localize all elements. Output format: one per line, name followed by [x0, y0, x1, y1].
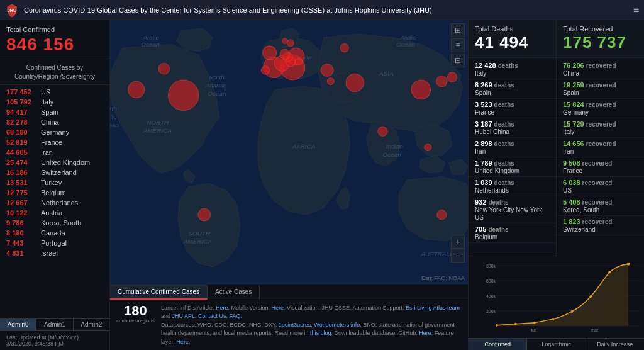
- country-list-item[interactable]: 12 667Netherlands: [0, 198, 109, 208]
- svg-point-29: [346, 74, 364, 92]
- country-list-item[interactable]: 52 819France: [0, 137, 109, 147]
- death-list-item[interactable]: 705 deathsBelgium: [469, 223, 556, 243]
- last-updated: Last Updated at (M/D/YYYY) 3/31/2020, 9:…: [0, 331, 109, 350]
- confirmed-total-label: Total Confirmed: [6, 25, 103, 35]
- death-list-item[interactable]: 1 039 deathsNetherlands: [469, 177, 556, 196]
- recovered-list-item[interactable]: 6 038 recoveredUS: [557, 177, 644, 196]
- deaths-box: Total Deaths 41 494: [469, 20, 557, 58]
- 1point3acres-link[interactable]: 1point3acres: [279, 322, 311, 328]
- death-list-item[interactable]: 932 deathsNew York City New York US: [469, 196, 556, 223]
- info-text: Lancet Inf Dis Article: Here. Mobile Ver…: [161, 304, 462, 347]
- svg-point-33: [321, 64, 333, 77]
- countries-count-number: 180: [124, 304, 147, 318]
- recovered-list-item[interactable]: 15 824 recoveredGermany: [557, 99, 644, 118]
- map-view-btn-1[interactable]: ⊞: [451, 23, 465, 37]
- svg-point-38: [437, 210, 447, 219]
- map-container[interactable]: North Pacific Ocean North Atlantic Ocean…: [110, 20, 468, 350]
- chart-tab-daily[interactable]: Daily Increase: [586, 339, 644, 350]
- recovered-box: Total Recovered 175 737: [557, 20, 644, 58]
- lancet-link[interactable]: Here: [216, 305, 228, 311]
- chart-area: 800k 600k 400k 200k lut mar: [469, 256, 644, 338]
- recovered-list-item[interactable]: 76 206 recoveredChina: [557, 60, 644, 79]
- map-tab-active[interactable]: Active Cases: [208, 285, 260, 300]
- death-list-item[interactable]: 2 898 deathsIran: [469, 138, 556, 157]
- death-list-item[interactable]: 3 187 deathsHubei China: [469, 118, 556, 138]
- last-updated-value: 3/31/2020, 9:46:38 PM: [6, 341, 103, 347]
- svg-text:AMERICA: AMERICA: [143, 127, 172, 134]
- github-link[interactable]: Here: [419, 330, 431, 336]
- country-list-item[interactable]: 177 452US: [0, 87, 109, 97]
- country-list-item[interactable]: 8 180Canada: [0, 228, 109, 238]
- menu-icon[interactable]: ≡: [633, 4, 639, 16]
- map-zoom-controls[interactable]: + −: [451, 235, 465, 262]
- map-view-btn-3[interactable]: ⊟: [451, 54, 465, 67]
- svg-text:800k: 800k: [486, 264, 496, 268]
- country-list-item[interactable]: 44 605Iran: [0, 147, 109, 157]
- recovered-list-item[interactable]: 15 729 recoveredItaly: [557, 118, 644, 138]
- map-tab-cumulative[interactable]: Cumulative Confirmed Cases: [110, 285, 208, 300]
- chart-tab-confirmed[interactable]: Confirmed: [469, 339, 527, 350]
- blog-link[interactable]: this blog: [310, 330, 331, 336]
- contact-link[interactable]: Contact Us: [198, 313, 226, 319]
- svg-point-41: [261, 66, 269, 74]
- esri-link[interactable]: Esri Living Atlas team: [406, 305, 460, 311]
- svg-text:Ocean: Ocean: [383, 151, 402, 158]
- worldometers-link[interactable]: Worldometers.info: [314, 322, 360, 328]
- recovered-list-item[interactable]: 14 656 recoveredIran: [557, 138, 644, 157]
- recovered-list-item[interactable]: 9 508 recoveredFrance: [557, 157, 644, 177]
- country-list-item[interactable]: 4 831Israel: [0, 248, 109, 258]
- svg-text:Ocean: Ocean: [141, 41, 160, 48]
- country-list-item[interactable]: 16 186Switzerland: [0, 167, 109, 178]
- header-title: Coronavirus COVID-19 Global Cases by the…: [24, 6, 633, 14]
- country-list-item[interactable]: 105 792Italy: [0, 97, 109, 107]
- chart-tab-logarithmic[interactable]: Logarithmic: [527, 339, 586, 350]
- map-area[interactable]: North Pacific Ocean North Atlantic Ocean…: [110, 20, 468, 285]
- sidebar: Total Confirmed 846 156 Confirmed Cases …: [0, 20, 110, 350]
- recovered-list-item[interactable]: 19 259 recoveredSpain: [557, 79, 644, 99]
- country-list-item[interactable]: 13 531Turkey: [0, 178, 109, 188]
- admin-tab-0[interactable]: Admin0: [0, 319, 36, 330]
- svg-text:Indian: Indian: [386, 143, 404, 150]
- map-view-controls[interactable]: ⊞ ≡ ⊟: [451, 23, 465, 67]
- death-list-item[interactable]: 3 523 deathsFrance: [469, 99, 556, 118]
- map-view-btn-2[interactable]: ≡: [451, 38, 465, 52]
- jhu-api-link[interactable]: JHU APL: [172, 313, 195, 319]
- svg-point-30: [263, 46, 277, 60]
- shield-icon: JHU: [5, 3, 19, 17]
- admin-tab-1[interactable]: Admin1: [36, 319, 73, 330]
- country-list-item[interactable]: 94 417Spain: [0, 107, 109, 117]
- svg-point-44: [282, 38, 287, 44]
- country-list-item[interactable]: 25 474United Kingdom: [0, 157, 109, 167]
- admin-tab-2[interactable]: Admin2: [74, 319, 109, 330]
- feature-link[interactable]: Here: [176, 339, 189, 345]
- recovered-list: 76 206 recoveredChina19 259 recoveredSpa…: [557, 58, 644, 256]
- death-list-item[interactable]: 8 269 deathsSpain: [469, 79, 556, 99]
- recovered-list-item[interactable]: 1 823 recoveredSwitzerland: [557, 216, 644, 235]
- mobile-link[interactable]: Here: [272, 305, 284, 311]
- country-list-item[interactable]: 68 180Germany: [0, 127, 109, 137]
- svg-text:North: North: [209, 74, 225, 81]
- country-list-item[interactable]: 9 786Korea, South: [0, 218, 109, 228]
- svg-point-42: [327, 78, 334, 85]
- svg-text:JHU: JHU: [8, 7, 17, 13]
- country-list-item[interactable]: 10 122Austria: [0, 208, 109, 218]
- svg-point-22: [411, 80, 431, 99]
- country-list-item[interactable]: 82 278China: [0, 117, 109, 127]
- country-list-item[interactable]: 7 443Portugal: [0, 238, 109, 248]
- country-list-item[interactable]: 12 775Belgium: [0, 188, 109, 198]
- svg-text:Ocean: Ocean: [208, 90, 226, 97]
- death-list-item[interactable]: 1 789 deathsUnited Kingdom: [469, 157, 556, 177]
- svg-point-40: [378, 127, 387, 136]
- faq-link[interactable]: FAQ: [230, 313, 241, 319]
- recovered-list-item[interactable]: 5 408 recoveredKorea, South: [557, 196, 644, 216]
- chart-svg: 800k 600k 400k 200k lut mar: [469, 256, 644, 338]
- svg-text:mar: mar: [591, 328, 599, 332]
- zoom-out-button[interactable]: −: [451, 249, 465, 262]
- svg-point-35: [280, 49, 289, 59]
- zoom-in-button[interactable]: +: [451, 235, 465, 249]
- map-attribution: Esri; FAO; NOAA: [421, 275, 465, 281]
- death-list-item[interactable]: 12 428 deathsItaly: [469, 60, 556, 79]
- svg-point-31: [436, 76, 448, 87]
- svg-point-36: [198, 208, 211, 221]
- svg-text:200k: 200k: [486, 309, 496, 313]
